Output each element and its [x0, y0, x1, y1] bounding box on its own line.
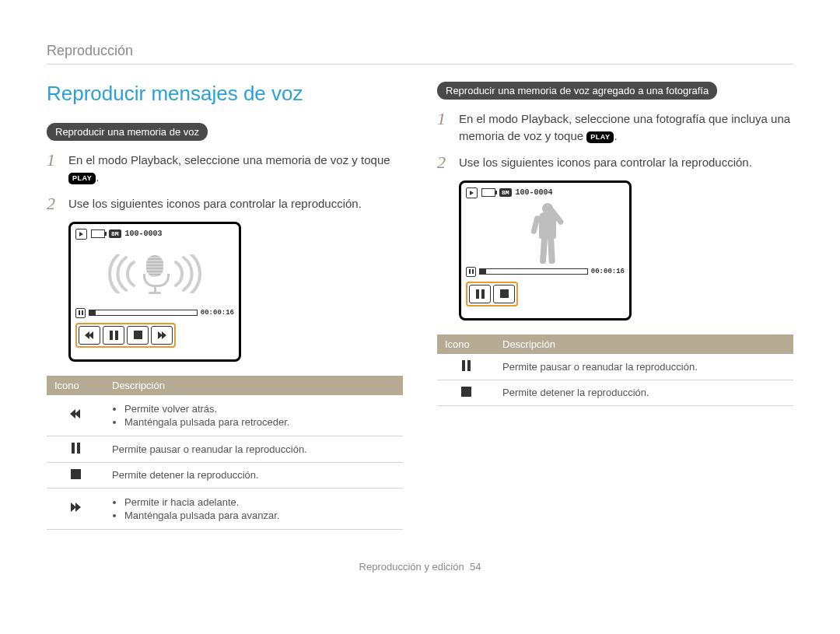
person-silhouette-icon [522, 201, 569, 267]
pause-icon [462, 360, 471, 371]
device-topbar: 8M 100-0003 [75, 229, 234, 240]
playback-mode-icon [466, 187, 478, 198]
elapsed-time: 00:00:16 [591, 268, 625, 275]
table-row: Permite detener la reproducción. [47, 462, 403, 488]
desc-line: Manténgala pulsada para avanzar. [124, 510, 395, 521]
device-topbar: 8M 100-0004 [466, 187, 625, 198]
step-number: 1 [47, 152, 61, 186]
playback-controls [75, 323, 176, 348]
icon-table-right: Icono Descripción Permite pausar o reanu… [437, 335, 793, 406]
table-row: Permite ir hacia adelante. Manténgala pu… [47, 488, 403, 529]
step-text: Use los siguientes iconos para controlar… [68, 195, 362, 212]
stop-button[interactable] [493, 285, 515, 303]
table-row: Permite pausar o reanudar la reproducció… [437, 354, 793, 380]
table-row: Permite volver atrás. Manténgala pulsada… [47, 395, 403, 436]
subsection-pill-left: Reproducir una memoria de voz [47, 123, 208, 141]
desc-line: Permite volver atrás. [124, 403, 395, 415]
pause-button[interactable] [469, 285, 491, 303]
table-header-row: Icono Descripción [437, 335, 793, 354]
step-1-text-a: En el modo Playback, seleccione una foto… [459, 112, 790, 142]
file-number: 100-0003 [125, 229, 163, 238]
table-row: Permite detener la reproducción. [437, 380, 793, 405]
play-icon: PLAY [586, 131, 614, 143]
columns: Reproducir mensajes de voz Reproducir un… [47, 82, 793, 530]
file-number: 100-0004 [516, 188, 553, 197]
forward-icon [71, 503, 80, 512]
page: Reproducción Reproducir mensajes de voz … [0, 0, 840, 588]
step-1-text-a: En el modo Playback, seleccione una memo… [68, 153, 390, 166]
page-title: Reproducir mensajes de voz [47, 82, 403, 106]
footer-page: 54 [470, 561, 481, 573]
pause-icon [72, 443, 80, 454]
step-1-text-b: . [614, 129, 617, 142]
desc-cell: Permite detener la reproducción. [495, 380, 793, 405]
desc-cell: Permite volver atrás. Manténgala pulsada… [104, 395, 403, 436]
step-1-right: 1 En el modo Playback, seleccione una fo… [437, 110, 793, 145]
col-icon: Icono [47, 376, 104, 395]
photo-graphic [466, 198, 625, 267]
stop-button[interactable] [127, 326, 149, 345]
device-voice-memo: 8M 100-0003 00:00 [68, 222, 241, 362]
desc-line: Manténgala pulsada para retroceder. [124, 416, 395, 428]
playback-controls [466, 282, 518, 306]
col-desc: Descripción [104, 376, 403, 395]
progress-bar: 00:00:16 [466, 267, 625, 277]
forward-button[interactable] [151, 326, 173, 345]
desc-cell: Permite pausar o reanudar la reproducció… [104, 436, 403, 462]
microphone-icon [143, 255, 166, 292]
step-number: 2 [437, 154, 451, 171]
step-2-left: 2 Use los siguientes iconos para control… [47, 195, 403, 212]
left-column: Reproducir mensajes de voz Reproducir un… [47, 82, 403, 530]
subsection-pill-right: Reproducir una memoria de voz agregado a… [437, 82, 717, 100]
col-desc: Descripción [495, 335, 793, 354]
step-number: 1 [437, 110, 451, 145]
rewind-button[interactable] [79, 326, 100, 345]
stop-icon [461, 387, 471, 397]
resolution-badge: 8M [499, 188, 512, 197]
play-icon: PLAY [68, 173, 96, 184]
table-row: Permite pausar o reanudar la reproducció… [47, 436, 403, 462]
resolution-badge: 8M [109, 229, 121, 238]
desc-cell: Permite detener la reproducción. [104, 462, 403, 488]
progress-track [89, 310, 198, 316]
stop-icon [71, 469, 81, 479]
step-1-text-b: . [96, 170, 99, 184]
device-photo-memo: 8M 100-0004 00:00:16 [459, 180, 632, 321]
step-1-left: 1 En el modo Playback, seleccione una me… [47, 152, 403, 186]
page-footer: Reproducción y edición 54 [47, 561, 793, 573]
right-column: Reproducir una memoria de voz agregado a… [437, 82, 793, 530]
sound-wave-left-icon [107, 254, 138, 293]
desc-line: Permite ir hacia adelante. [124, 496, 395, 508]
progress-bar: 00:00:16 [75, 308, 234, 318]
playback-mode-icon [75, 229, 87, 240]
step-text: En el modo Playback, seleccione una memo… [68, 152, 403, 186]
table-header-row: Icono Descripción [47, 376, 403, 395]
col-icon: Icono [437, 335, 495, 354]
breadcrumb: Reproducción [47, 43, 793, 65]
icon-table-left: Icono Descripción Permite volver atrás. … [47, 376, 403, 530]
progress-state-icon [75, 308, 86, 318]
progress-state-icon [466, 267, 476, 277]
desc-cell: Permite pausar o reanudar la reproducció… [495, 354, 793, 380]
rewind-icon [71, 409, 80, 419]
sound-wave-right-icon [171, 254, 202, 293]
step-2-right: 2 Use los siguientes iconos para control… [437, 154, 793, 171]
step-number: 2 [47, 195, 61, 212]
elapsed-time: 00:00:16 [201, 309, 234, 317]
footer-section: Reproducción y edición [359, 561, 464, 573]
battery-icon [481, 188, 495, 197]
step-text: Use los siguientes iconos para controlar… [459, 154, 752, 171]
voice-memo-graphic [75, 240, 234, 308]
step-text: En el modo Playback, seleccione una foto… [459, 110, 793, 145]
pause-button[interactable] [103, 326, 124, 345]
progress-track [479, 268, 588, 275]
desc-cell: Permite ir hacia adelante. Manténgala pu… [104, 488, 403, 529]
battery-icon [91, 229, 105, 238]
